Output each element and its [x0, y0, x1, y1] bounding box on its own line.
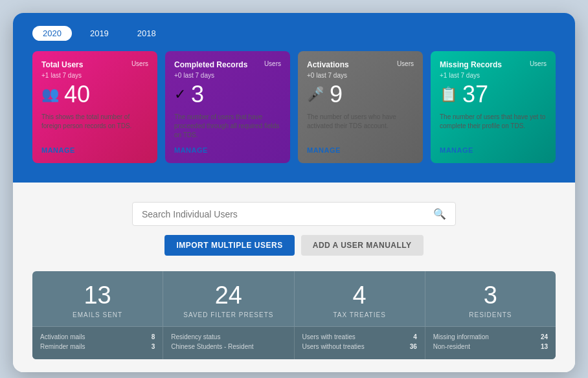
- search-bar-container: 🔍: [132, 202, 456, 226]
- card-header: Missing Records Users: [440, 60, 547, 69]
- detail-item: Chinese Students - Resident: [171, 343, 286, 350]
- search-input[interactable]: [142, 209, 433, 219]
- tax-treaties-label: TAX TREATIES: [301, 311, 418, 318]
- top-banner: 2020 2019 2018 Total Users Users +1 last…: [13, 13, 575, 183]
- emails-sent-cell: 13 EMAILS SENT: [32, 271, 163, 326]
- card-number: 3: [191, 83, 204, 106]
- detail-item: Reminder mails 3: [40, 343, 155, 350]
- residency-status-label: Residency status: [171, 333, 220, 340]
- filter-presets-label: SAVED FILTER PRESETS: [170, 311, 287, 318]
- card-subtitle: +0 last 7 days: [174, 72, 281, 79]
- card-number: 40: [64, 83, 90, 106]
- emails-detail-cell: Activation mails 8 Reminder mails 3: [32, 327, 163, 359]
- filter-presets-cell: 24 SAVED FILTER PRESETS: [163, 271, 294, 326]
- chinese-students-label: Chinese Students - Resident: [171, 343, 253, 350]
- detail-item: Residency status: [171, 333, 286, 340]
- detail-item: Users with treaties 4: [302, 333, 417, 340]
- clipboard-icon: 📋: [440, 86, 457, 103]
- card-number: 9: [330, 83, 343, 106]
- users-with-treaties-label: Users with treaties: [302, 333, 356, 340]
- activation-mails-label: Activation mails: [40, 333, 85, 340]
- year-2020-button[interactable]: 2020: [32, 26, 72, 41]
- manage-link[interactable]: MANAGE: [307, 146, 414, 154]
- missing-info-value: 24: [541, 333, 548, 340]
- reminder-mails-label: Reminder mails: [40, 343, 85, 350]
- residents-number: 3: [432, 283, 549, 307]
- card-header: Completed Records Users: [174, 60, 281, 69]
- stats-top-row: 13 EMAILS SENT 24 SAVED FILTER PRESETS 4…: [32, 271, 556, 327]
- tax-treaties-cell: 4 TAX TREATIES: [295, 271, 425, 326]
- users-without-treaties-label: Users without treaties: [302, 343, 365, 350]
- users-with-treaties-value: 4: [413, 333, 417, 340]
- card-title: Missing Records: [440, 60, 502, 69]
- year-selector: 2020 2019 2018: [32, 26, 556, 41]
- manage-link[interactable]: MANAGE: [41, 146, 148, 154]
- emails-sent-label: EMAILS SENT: [39, 311, 156, 318]
- card-number-row: 🎤 9: [307, 83, 414, 106]
- card-header: Activations Users: [307, 60, 414, 69]
- detail-item: Activation mails 8: [40, 333, 155, 340]
- year-2018-button[interactable]: 2018: [127, 26, 166, 41]
- non-resident-value: 13: [541, 343, 548, 350]
- stats-grid: 13 EMAILS SENT 24 SAVED FILTER PRESETS 4…: [32, 271, 556, 359]
- card-header: Total Users Users: [41, 60, 148, 69]
- card-description: This shows the total number of foreign p…: [41, 113, 148, 140]
- residents-cell: 3 RESIDENTS: [425, 271, 556, 326]
- detail-item: Users without treaties 36: [302, 343, 417, 350]
- total-users-card: Total Users Users +1 last 7 days 👥 40 Th…: [32, 51, 157, 163]
- activations-card: Activations Users +0 last 7 days 🎤 9 The…: [298, 51, 423, 163]
- missing-info-label: Missing information: [433, 333, 489, 340]
- card-label: Users: [530, 60, 547, 67]
- detail-item: Missing information 24: [433, 333, 548, 340]
- search-icon: 🔍: [433, 208, 446, 220]
- action-buttons: IMPORT MULTIPLE USERS ADD A USER MANUALL…: [32, 235, 556, 256]
- card-description: The number of users who have activated t…: [307, 113, 414, 140]
- presets-detail-cell: Residency status Chinese Students - Resi…: [163, 327, 294, 359]
- detail-item: Non-resident 13: [433, 343, 548, 350]
- card-description: The number of users that have proceeded …: [174, 113, 281, 140]
- card-subtitle: +0 last 7 days: [307, 72, 414, 79]
- non-resident-label: Non-resident: [433, 343, 470, 350]
- missing-records-card: Missing Records Users +1 last 7 days 📋 3…: [431, 51, 556, 163]
- card-label: Users: [264, 60, 281, 67]
- manage-link[interactable]: MANAGE: [174, 146, 281, 154]
- treaties-detail-cell: Users with treaties 4 Users without trea…: [295, 327, 425, 359]
- card-number-row: 📋 37: [440, 83, 547, 106]
- bottom-section: 🔍 IMPORT MULTIPLE USERS ADD A USER MANUA…: [13, 183, 575, 372]
- device-frame: 2020 2019 2018 Total Users Users +1 last…: [13, 13, 575, 372]
- card-title: Completed Records: [174, 60, 247, 69]
- card-title: Total Users: [41, 60, 83, 69]
- users-icon: 👥: [41, 86, 59, 103]
- tax-treaties-number: 4: [301, 283, 418, 307]
- residents-label: RESIDENTS: [432, 311, 549, 318]
- emails-sent-number: 13: [39, 283, 156, 307]
- import-users-button[interactable]: IMPORT MULTIPLE USERS: [164, 235, 294, 256]
- card-label: Users: [397, 60, 414, 67]
- card-number-row: 👥 40: [41, 83, 148, 106]
- activation-mails-value: 8: [152, 333, 155, 340]
- stats-detail-row: Activation mails 8 Reminder mails 3 Resi…: [32, 327, 556, 359]
- stats-cards-row: Total Users Users +1 last 7 days 👥 40 Th…: [32, 51, 556, 163]
- card-number-row: ✓ 3: [174, 83, 281, 106]
- manage-link[interactable]: MANAGE: [440, 146, 547, 154]
- card-title: Activations: [307, 60, 349, 69]
- card-number: 37: [462, 83, 488, 106]
- residents-detail-cell: Missing information 24 Non-resident 13: [425, 327, 556, 359]
- completed-records-card: Completed Records Users +0 last 7 days ✓…: [165, 51, 290, 163]
- card-subtitle: +1 last 7 days: [440, 72, 547, 79]
- year-2019-button[interactable]: 2019: [80, 26, 119, 41]
- card-subtitle: +1 last 7 days: [41, 72, 148, 79]
- check-icon: ✓: [174, 86, 186, 103]
- add-user-button[interactable]: ADD A USER MANUALLY: [301, 235, 424, 256]
- card-description: The number of users that have yet to com…: [440, 113, 547, 140]
- card-label: Users: [131, 60, 148, 67]
- filter-presets-number: 24: [170, 283, 287, 307]
- mic-icon: 🎤: [307, 86, 324, 103]
- users-without-treaties-value: 36: [410, 343, 417, 350]
- reminder-mails-value: 3: [152, 343, 155, 350]
